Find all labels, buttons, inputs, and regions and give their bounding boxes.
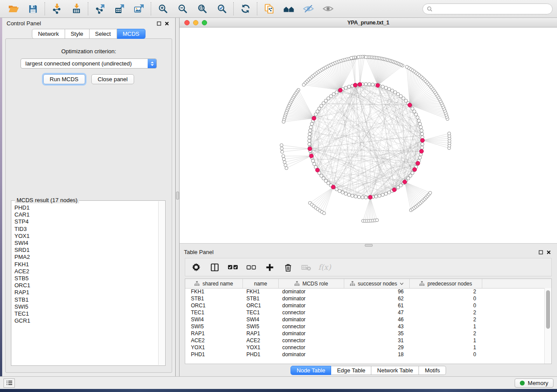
column-header-shared-name[interactable]: shared name (185, 279, 243, 288)
first-neighbors-button[interactable] (279, 1, 298, 16)
mcds-result-item[interactable]: TID3 (12, 226, 158, 233)
table-row[interactable]: PHD1PHD1dominator180 (185, 351, 545, 358)
mcds-result-item[interactable]: TEC1 (12, 310, 158, 317)
close-panel-button[interactable]: Close panel (91, 74, 135, 84)
table-tab-edge-table[interactable]: Edge Table (331, 366, 371, 375)
mcds-result-item[interactable]: PHD1 (12, 204, 158, 211)
table-cell: 1 (410, 323, 482, 330)
delete-table-button[interactable] (299, 260, 314, 274)
search-input[interactable] (435, 5, 548, 12)
table-tab-motifs[interactable]: Motifs (419, 366, 446, 375)
table-tab-node-table[interactable]: Node Table (291, 366, 332, 375)
copy-view-button[interactable] (259, 1, 279, 16)
column-header-successor-nodes[interactable]: successor nodes (344, 279, 410, 288)
table-scrollbar[interactable] (544, 288, 551, 364)
table-cell: 2 (410, 330, 482, 337)
refresh-icon (240, 3, 251, 14)
horizontal-splitter-handle[interactable] (365, 244, 373, 247)
memory-button[interactable]: Memory (515, 378, 554, 388)
tab-style[interactable]: Style (65, 29, 90, 39)
import-network-icon (52, 3, 62, 14)
mcds-result-item[interactable]: SWI4 (12, 240, 158, 247)
table-row[interactable]: TEC1TEC1connector472 (185, 309, 545, 316)
close-panel-icon[interactable] (163, 21, 171, 26)
mcds-result-item[interactable]: STP4 (12, 218, 158, 225)
refresh-button[interactable] (235, 1, 255, 16)
table-row[interactable]: SWI5SWI5connector431 (185, 323, 545, 330)
show-console-button[interactable] (3, 378, 15, 388)
mcds-result-item[interactable]: STB1 (12, 296, 158, 303)
zoom-selected-button[interactable] (212, 1, 232, 16)
mcds-result-scrollbar[interactable] (158, 201, 165, 365)
table-cell: 0 (410, 303, 482, 309)
zoom-in-button[interactable] (153, 1, 173, 16)
maximize-window-icon[interactable] (202, 20, 207, 25)
zoom-fit-button[interactable] (192, 1, 212, 16)
optimization-criterion-label: Optimization criterion: (6, 48, 172, 55)
float-panel-icon[interactable] (155, 21, 163, 26)
column-header-mcds-role[interactable]: MCDS role (279, 279, 344, 288)
table-cell: 61 (344, 303, 410, 309)
table-row[interactable]: STB1STB1dominator620 (185, 295, 545, 302)
mcds-result-item[interactable]: FKH1 (12, 261, 158, 268)
tab-select[interactable]: Select (90, 29, 117, 39)
mcds-result-item[interactable]: STB5 (12, 275, 158, 282)
mcds-result-item[interactable]: PMA2 (12, 254, 158, 261)
column-header-predecessor-nodes[interactable]: predecessor nodes (410, 279, 482, 288)
columns-button[interactable] (207, 260, 222, 274)
fx-button[interactable]: f(x) (317, 260, 332, 274)
export-network-button[interactable] (90, 1, 110, 16)
toolbar-separator (151, 2, 151, 15)
column-header-name[interactable]: name (243, 279, 279, 288)
close-window-icon[interactable] (184, 20, 190, 25)
import-table-button[interactable] (66, 1, 86, 16)
hide-selected-button[interactable] (298, 1, 318, 16)
float-table-panel-icon[interactable] (537, 250, 545, 254)
mcds-result-item[interactable]: SRD1 (12, 247, 158, 254)
mcds-result-item[interactable]: SWI5 (12, 303, 158, 310)
mcds-result-item[interactable]: ORC1 (12, 282, 158, 289)
import-network-button[interactable] (47, 1, 66, 16)
trash-button[interactable] (280, 260, 295, 274)
mcds-result-item[interactable]: RAP1 (12, 289, 158, 296)
zoom-out-button[interactable] (173, 1, 192, 16)
right-column: YPA_prune.txt_1 Table Panel (180, 18, 557, 376)
open-button[interactable] (3, 1, 23, 16)
table-tab-network-table[interactable]: Network Table (371, 366, 419, 375)
optimization-criterion-select[interactable]: largest connected component (undirected) (21, 58, 157, 69)
vertical-splitter-handle[interactable] (176, 192, 179, 199)
close-table-panel-icon[interactable] (545, 250, 553, 254)
vertical-splitter[interactable] (176, 18, 180, 376)
table-row[interactable]: SWI4SWI4dominator462 (185, 316, 545, 323)
table-row[interactable]: ACE2ACE2connector311 (185, 337, 545, 344)
deselect-all-button[interactable] (244, 260, 259, 274)
export-image-button[interactable] (129, 1, 149, 16)
table-row[interactable]: RAP1RAP1dominator352 (185, 330, 545, 337)
mcds-result-item[interactable]: YOX1 (12, 233, 158, 240)
table-scrollbar-thumb[interactable] (546, 290, 550, 329)
mcds-result-item[interactable]: ACE2 (12, 268, 158, 275)
table-row[interactable]: YOX1YOX1connector291 (185, 344, 545, 351)
run-mcds-button[interactable]: Run MCDS (43, 74, 85, 84)
table-cell: SWI5 (243, 323, 279, 330)
tab-mcds[interactable]: MCDS (117, 29, 145, 39)
tab-network[interactable]: Network (32, 29, 65, 39)
table-row[interactable]: ORC1ORC1dominator610 (185, 302, 545, 309)
toolbar-separator (233, 2, 234, 15)
mcds-result-list[interactable]: PHD1CAR1STP4TID3YOX1SWI4SRD1PMA2FKH1ACE2… (12, 204, 158, 365)
mcds-result-item[interactable]: CAR1 (12, 211, 158, 218)
shared-column-icon (350, 281, 355, 286)
network-canvas[interactable] (180, 28, 557, 243)
horizontal-splitter[interactable] (180, 243, 557, 247)
minimize-window-icon[interactable] (193, 20, 198, 25)
export-table-button[interactable] (110, 1, 129, 16)
save-button[interactable] (23, 1, 43, 16)
table-row[interactable]: FKH1FKH1dominator962 (185, 288, 545, 295)
select-all-button[interactable] (225, 260, 240, 274)
add-button[interactable] (262, 260, 277, 274)
search-box[interactable] (422, 3, 553, 14)
gear-button[interactable] (189, 260, 204, 274)
control-panel-title: Control Panel (7, 20, 41, 27)
mcds-result-item[interactable]: GCR1 (12, 317, 158, 324)
show-all-button[interactable] (318, 1, 338, 16)
